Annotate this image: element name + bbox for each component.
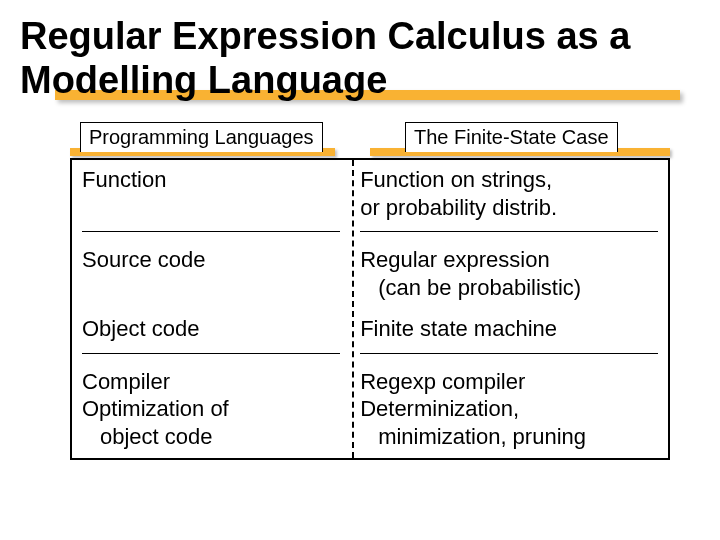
cell-right-regex: Regular expression (can be probabilistic… [350, 240, 668, 309]
cell-underline [82, 231, 340, 232]
cell-text: or probability distrib. [360, 195, 557, 220]
table-row: Object code Finite state machine [72, 309, 668, 351]
content-area: Programming Languages The Finite-State C… [20, 122, 700, 460]
comparison-table: Function Function on strings, or probabi… [70, 158, 670, 460]
vertical-divider [352, 160, 354, 458]
cell-left-compiler: Compiler Optimization of object code [72, 362, 350, 459]
cell-right-fsm: Finite state machine [350, 309, 668, 351]
cell-text: Compiler [82, 369, 170, 394]
slide: Regular Expression Calculus as a Modelli… [0, 0, 720, 540]
cell-text: (can be probabilistic) [360, 274, 658, 302]
cell-text: Determinization, [360, 396, 519, 421]
cell-underline [82, 353, 340, 354]
table-row: Source code Regular expression (can be p… [72, 240, 668, 309]
cell-left-function: Function [72, 160, 350, 229]
cell-text: Optimization of [82, 396, 229, 421]
column-headers: Programming Languages The Finite-State C… [70, 122, 650, 154]
underline-row [72, 229, 668, 240]
cell-underline [360, 353, 658, 354]
cell-left-object: Object code [72, 309, 350, 351]
underline-row [72, 351, 668, 362]
header-right: The Finite-State Case [405, 122, 618, 152]
cell-right-function: Function on strings, or probability dist… [350, 160, 668, 229]
title-block: Regular Expression Calculus as a Modelli… [20, 15, 700, 102]
table-row: Compiler Optimization of object code Reg… [72, 362, 668, 459]
cell-text: Regular expression [360, 247, 550, 272]
cell-text: minimization, pruning [360, 423, 658, 451]
cell-left-source: Source code [72, 240, 350, 309]
cell-underline [360, 231, 658, 232]
cell-text: Regexp compiler [360, 369, 525, 394]
cell-text: Function on strings, [360, 167, 552, 192]
header-left: Programming Languages [80, 122, 323, 152]
cell-right-compiler: Regexp compiler Determinization, minimiz… [350, 362, 668, 459]
cell-text: object code [82, 423, 340, 451]
slide-title: Regular Expression Calculus as a Modelli… [20, 15, 700, 102]
table-row: Function Function on strings, or probabi… [72, 160, 668, 229]
